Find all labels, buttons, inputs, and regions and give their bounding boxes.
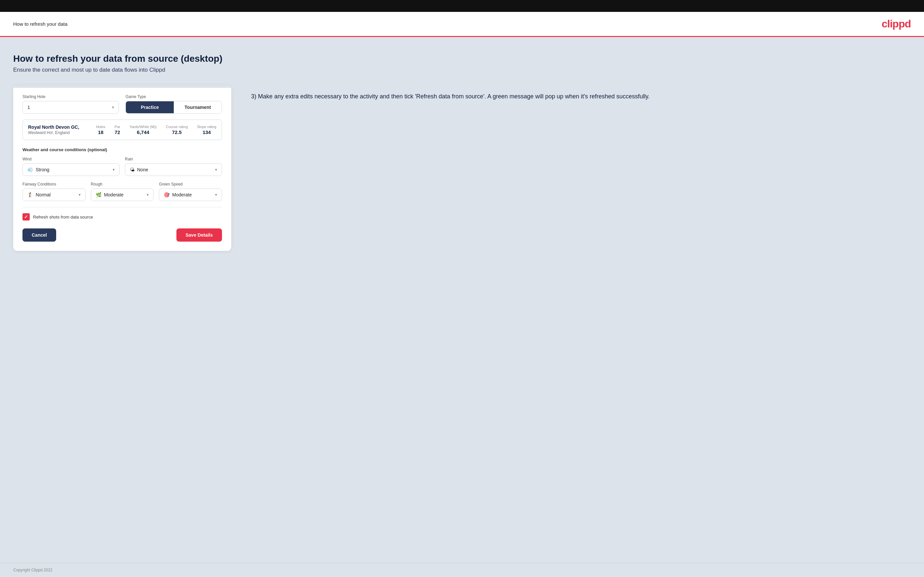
par-stat: Par 72 bbox=[115, 125, 120, 135]
fairway-value: Normal bbox=[36, 192, 50, 197]
green-speed-col: Green Speed Moderate ▾ bbox=[159, 182, 222, 201]
wind-chevron-icon: ▾ bbox=[113, 168, 115, 172]
conditions-row-2: Fairway Conditions Normal ▾ Rough bbox=[23, 182, 222, 201]
holes-value: 18 bbox=[96, 129, 105, 135]
wind-label: Wind bbox=[23, 157, 120, 161]
description-text: 3) Make any extra edits necessary to the… bbox=[251, 92, 911, 102]
footer: Copyright Clippd 2022 bbox=[0, 563, 924, 577]
slope-rating-value: 134 bbox=[197, 129, 216, 135]
rough-col: Rough Moderate ▾ bbox=[91, 182, 154, 201]
main-content: How to refresh your data from source (de… bbox=[0, 37, 924, 563]
rain-col: Rain None ▾ bbox=[125, 157, 222, 176]
course-rating-label: Course rating bbox=[166, 125, 187, 129]
rain-select[interactable]: None ▾ bbox=[125, 163, 222, 176]
green-speed-icon bbox=[164, 192, 170, 197]
fairway-label: Fairway Conditions bbox=[23, 182, 86, 187]
card-top-strip bbox=[13, 85, 231, 88]
save-details-button[interactable]: Save Details bbox=[176, 229, 222, 242]
game-type-group: Practice Tournament bbox=[126, 101, 222, 114]
page-heading: How to refresh your data from source (de… bbox=[13, 53, 911, 64]
rough-label: Rough bbox=[91, 182, 154, 187]
course-name: Royal North Devon GC, bbox=[28, 124, 79, 130]
content-row: Starting Hole 1 ▾ Game Type Practice Tou… bbox=[13, 85, 911, 251]
slope-rating-label: Slope rating bbox=[197, 125, 216, 129]
green-speed-icon-group: Moderate bbox=[164, 192, 192, 197]
course-location: Westward Ho!, England bbox=[28, 131, 79, 135]
divider bbox=[23, 207, 222, 207]
par-value: 72 bbox=[115, 129, 120, 135]
practice-button[interactable]: Practice bbox=[126, 102, 174, 113]
green-speed-value: Moderate bbox=[172, 192, 192, 197]
course-rating-value: 72.5 bbox=[166, 129, 187, 135]
starting-hole-chevron-icon: ▾ bbox=[112, 105, 114, 110]
rough-icon bbox=[96, 192, 102, 197]
refresh-checkbox-row: Refresh shots from data source bbox=[23, 213, 222, 221]
rough-chevron-icon: ▾ bbox=[147, 192, 149, 197]
wind-icon-group: Strong bbox=[27, 167, 49, 172]
form-card: Starting Hole 1 ▾ Game Type Practice Tou… bbox=[13, 85, 231, 251]
rough-value: Moderate bbox=[104, 192, 124, 197]
yards-label: Yards/White (M)) bbox=[129, 125, 157, 129]
top-bar bbox=[0, 0, 924, 12]
slope-rating-stat: Slope rating 134 bbox=[197, 125, 216, 135]
rain-value: None bbox=[137, 167, 148, 172]
fairway-chevron-icon: ▾ bbox=[79, 192, 81, 197]
wind-value: Strong bbox=[36, 167, 49, 172]
par-label: Par bbox=[115, 125, 120, 129]
starting-hole-col: Starting Hole 1 ▾ bbox=[23, 94, 119, 114]
tournament-button[interactable]: Tournament bbox=[174, 102, 222, 113]
course-info: Royal North Devon GC, Westward Ho!, Engl… bbox=[28, 124, 79, 135]
yards-stat: Yards/White (M)) 6,744 bbox=[129, 125, 157, 135]
rain-label: Rain bbox=[125, 157, 222, 161]
course-row: Royal North Devon GC, Westward Ho!, Engl… bbox=[23, 119, 222, 140]
refresh-checkbox[interactable] bbox=[23, 213, 30, 221]
green-speed-chevron-icon: ▾ bbox=[215, 192, 217, 197]
description-panel: 3) Make any extra edits necessary to the… bbox=[251, 85, 911, 102]
course-stats: Holes 18 Par 72 Yards/White (M)) 6,744 C… bbox=[96, 125, 216, 135]
wind-select[interactable]: Strong ▾ bbox=[23, 163, 120, 176]
starting-hole-select[interactable]: 1 ▾ bbox=[23, 101, 119, 114]
header: How to refresh your data clippd bbox=[0, 12, 924, 37]
green-speed-select[interactable]: Moderate ▾ bbox=[159, 189, 222, 201]
starting-hole-label: Starting Hole bbox=[23, 94, 119, 99]
starting-hole-value: 1 bbox=[27, 105, 30, 110]
course-rating-stat: Course rating 72.5 bbox=[166, 125, 187, 135]
wind-col: Wind Strong ▾ bbox=[23, 157, 120, 176]
button-row: Cancel Save Details bbox=[23, 229, 222, 242]
refresh-label: Refresh shots from data source bbox=[33, 214, 93, 219]
yards-value: 6,744 bbox=[129, 129, 157, 135]
rain-icon-group: None bbox=[130, 167, 148, 172]
logo: clippd bbox=[882, 18, 911, 30]
fairway-col: Fairway Conditions Normal ▾ bbox=[23, 182, 86, 201]
fairway-icon bbox=[27, 192, 33, 197]
starting-hole-game-type-row: Starting Hole 1 ▾ Game Type Practice Tou… bbox=[23, 94, 222, 114]
fairway-icon-group: Normal bbox=[27, 192, 50, 197]
green-speed-label: Green Speed bbox=[159, 182, 222, 187]
header-title: How to refresh your data bbox=[13, 21, 68, 27]
rough-icon-group: Moderate bbox=[96, 192, 124, 197]
rain-chevron-icon: ▾ bbox=[215, 168, 217, 172]
holes-label: Holes bbox=[96, 125, 105, 129]
page-subheading: Ensure the correct and most up to date d… bbox=[13, 67, 911, 73]
game-type-col: Game Type Practice Tournament bbox=[126, 94, 222, 114]
fairway-select[interactable]: Normal ▾ bbox=[23, 189, 86, 201]
rain-icon bbox=[130, 167, 134, 172]
rough-select[interactable]: Moderate ▾ bbox=[91, 189, 154, 201]
wind-icon bbox=[27, 167, 33, 172]
conditions-title: Weather and course conditions (optional) bbox=[23, 147, 222, 152]
conditions-row-1: Wind Strong ▾ Rain None bbox=[23, 157, 222, 176]
holes-stat: Holes 18 bbox=[96, 125, 105, 135]
game-type-label: Game Type bbox=[126, 94, 222, 99]
copyright-text: Copyright Clippd 2022 bbox=[13, 568, 53, 572]
cancel-button[interactable]: Cancel bbox=[23, 229, 56, 242]
